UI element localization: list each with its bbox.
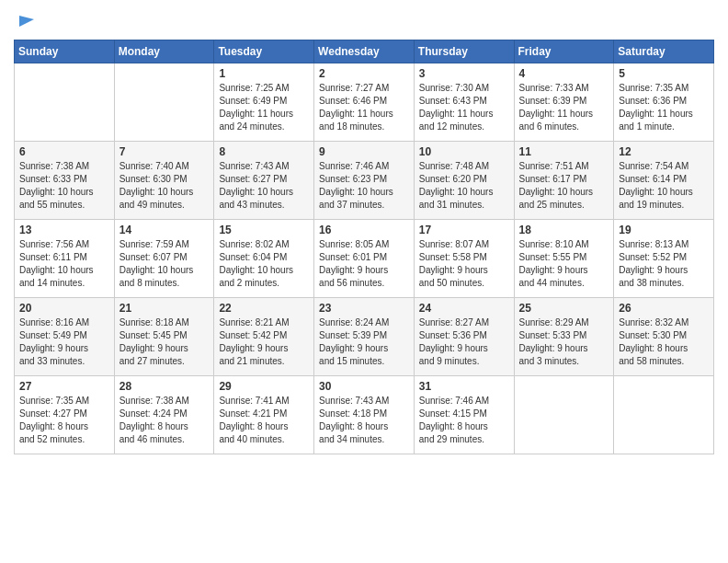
day-info-28: Sunrise: 7:38 AM Sunset: 4:24 PM Dayligh… [119,395,210,446]
calendar-cell-w1-d5: 3Sunrise: 7:30 AM Sunset: 6:43 PM Daylig… [414,63,514,142]
day-info-27: Sunrise: 7:35 AM Sunset: 4:27 PM Dayligh… [19,395,109,446]
calendar-table: SundayMondayTuesdayWednesdayThursdayFrid… [14,40,714,454]
calendar-cell-w1-d6: 4Sunrise: 7:33 AM Sunset: 6:39 PM Daylig… [514,63,614,142]
calendar-cell-w2-d3: 8Sunrise: 7:43 AM Sunset: 6:27 PM Daylig… [214,142,314,220]
day-number-6: 6 [19,145,109,158]
day-number-2: 2 [319,67,409,80]
svg-marker-0 [19,16,34,27]
day-info-14: Sunrise: 7:59 AM Sunset: 6:07 PM Dayligh… [119,238,210,290]
day-number-29: 29 [219,380,309,393]
calendar-cell-w4-d4: 23Sunrise: 8:24 AM Sunset: 5:39 PM Dayli… [314,298,415,376]
calendar-cell-w1-d4: 2Sunrise: 7:27 AM Sunset: 6:46 PM Daylig… [314,63,415,142]
day-info-25: Sunrise: 8:29 AM Sunset: 5:33 PM Dayligh… [519,316,609,368]
day-number-9: 9 [319,145,409,158]
day-number-13: 13 [19,224,109,236]
calendar-cell-w1-d2 [114,63,214,142]
calendar-cell-w5-d5: 31Sunrise: 7:46 AM Sunset: 4:15 PM Dayli… [414,376,514,454]
page: SundayMondayTuesdayWednesdayThursdayFrid… [0,0,728,563]
calendar-cell-w4-d2: 21Sunrise: 8:18 AM Sunset: 5:45 PM Dayli… [114,298,214,376]
logo-icon [16,12,36,32]
calendar-cell-w3-d4: 16Sunrise: 8:05 AM Sunset: 6:01 PM Dayli… [314,220,415,298]
calendar-cell-w1-d7: 5Sunrise: 7:35 AM Sunset: 6:36 PM Daylig… [614,63,714,142]
calendar-cell-w4-d1: 20Sunrise: 8:16 AM Sunset: 5:49 PM Dayli… [15,298,115,376]
day-number-24: 24 [419,302,509,315]
calendar-cell-w2-d5: 10Sunrise: 7:48 AM Sunset: 6:20 PM Dayli… [414,142,514,220]
header-day-thursday: Thursday [414,40,514,63]
day-info-12: Sunrise: 7:54 AM Sunset: 6:14 PM Dayligh… [619,160,709,212]
day-number-10: 10 [419,145,509,158]
calendar-cell-w1-d1 [15,63,115,142]
calendar-cell-w4-d6: 25Sunrise: 8:29 AM Sunset: 5:33 PM Dayli… [514,298,614,376]
day-info-10: Sunrise: 7:48 AM Sunset: 6:20 PM Dayligh… [419,160,509,212]
calendar-cell-w3-d6: 18Sunrise: 8:10 AM Sunset: 5:55 PM Dayli… [514,220,614,298]
calendar-cell-w2-d4: 9Sunrise: 7:46 AM Sunset: 6:23 PM Daylig… [314,142,415,220]
day-number-19: 19 [619,224,709,236]
day-number-30: 30 [319,380,409,393]
calendar-cell-w2-d7: 12Sunrise: 7:54 AM Sunset: 6:14 PM Dayli… [614,142,714,220]
day-info-29: Sunrise: 7:41 AM Sunset: 4:21 PM Dayligh… [219,395,309,446]
calendar-cell-w3-d5: 17Sunrise: 8:07 AM Sunset: 5:58 PM Dayli… [414,220,514,298]
day-number-23: 23 [319,302,409,315]
day-info-8: Sunrise: 7:43 AM Sunset: 6:27 PM Dayligh… [219,160,309,212]
day-info-6: Sunrise: 7:38 AM Sunset: 6:33 PM Dayligh… [19,160,109,212]
calendar-cell-w2-d1: 6Sunrise: 7:38 AM Sunset: 6:33 PM Daylig… [15,142,115,220]
calendar-week-4: 20Sunrise: 8:16 AM Sunset: 5:49 PM Dayli… [15,298,714,376]
calendar-cell-w3-d1: 13Sunrise: 7:56 AM Sunset: 6:11 PM Dayli… [15,220,115,298]
day-info-17: Sunrise: 8:07 AM Sunset: 5:58 PM Dayligh… [419,238,509,290]
calendar-cell-w2-d2: 7Sunrise: 7:40 AM Sunset: 6:30 PM Daylig… [114,142,214,220]
calendar-cell-w4-d3: 22Sunrise: 8:21 AM Sunset: 5:42 PM Dayli… [214,298,314,376]
header-day-saturday: Saturday [614,40,714,63]
day-info-4: Sunrise: 7:33 AM Sunset: 6:39 PM Dayligh… [519,82,609,133]
day-info-16: Sunrise: 8:05 AM Sunset: 6:01 PM Dayligh… [319,238,409,290]
day-info-11: Sunrise: 7:51 AM Sunset: 6:17 PM Dayligh… [519,160,609,212]
day-info-19: Sunrise: 8:13 AM Sunset: 5:52 PM Dayligh… [619,238,709,290]
day-info-23: Sunrise: 8:24 AM Sunset: 5:39 PM Dayligh… [319,316,409,368]
calendar-cell-w5-d1: 27Sunrise: 7:35 AM Sunset: 4:27 PM Dayli… [15,376,115,454]
header-day-friday: Friday [514,40,614,63]
day-info-2: Sunrise: 7:27 AM Sunset: 6:46 PM Dayligh… [319,82,409,133]
calendar-cell-w4-d7: 26Sunrise: 8:32 AM Sunset: 5:30 PM Dayli… [614,298,714,376]
logo [14,14,36,32]
day-info-13: Sunrise: 7:56 AM Sunset: 6:11 PM Dayligh… [19,238,109,290]
day-info-5: Sunrise: 7:35 AM Sunset: 6:36 PM Dayligh… [619,82,709,133]
calendar-cell-w2-d6: 11Sunrise: 7:51 AM Sunset: 6:17 PM Dayli… [514,142,614,220]
calendar-cell-w5-d7 [614,376,714,454]
day-number-17: 17 [419,224,509,236]
day-number-14: 14 [119,224,210,236]
header-day-sunday: Sunday [15,40,115,63]
day-number-21: 21 [119,302,210,315]
day-info-15: Sunrise: 8:02 AM Sunset: 6:04 PM Dayligh… [219,238,309,290]
day-info-1: Sunrise: 7:25 AM Sunset: 6:49 PM Dayligh… [219,82,309,133]
header-day-tuesday: Tuesday [214,40,314,63]
day-info-22: Sunrise: 8:21 AM Sunset: 5:42 PM Dayligh… [219,316,309,368]
day-number-5: 5 [619,67,709,80]
calendar-week-5: 27Sunrise: 7:35 AM Sunset: 4:27 PM Dayli… [15,376,714,454]
calendar-cell-w5-d4: 30Sunrise: 7:43 AM Sunset: 4:18 PM Dayli… [314,376,415,454]
calendar-cell-w1-d3: 1Sunrise: 7:25 AM Sunset: 6:49 PM Daylig… [214,63,314,142]
day-number-27: 27 [19,380,109,393]
calendar-week-2: 6Sunrise: 7:38 AM Sunset: 6:33 PM Daylig… [15,142,714,220]
calendar-week-3: 13Sunrise: 7:56 AM Sunset: 6:11 PM Dayli… [15,220,714,298]
header [14,9,714,32]
day-number-8: 8 [219,145,309,158]
day-number-18: 18 [519,224,609,236]
day-number-11: 11 [519,145,609,158]
day-info-18: Sunrise: 8:10 AM Sunset: 5:55 PM Dayligh… [519,238,609,290]
day-info-26: Sunrise: 8:32 AM Sunset: 5:30 PM Dayligh… [619,316,709,368]
calendar-cell-w5-d3: 29Sunrise: 7:41 AM Sunset: 4:21 PM Dayli… [214,376,314,454]
calendar-cell-w3-d3: 15Sunrise: 8:02 AM Sunset: 6:04 PM Dayli… [214,220,314,298]
day-number-15: 15 [219,224,309,236]
day-number-22: 22 [219,302,309,315]
day-info-24: Sunrise: 8:27 AM Sunset: 5:36 PM Dayligh… [419,316,509,368]
day-number-20: 20 [19,302,109,315]
day-info-7: Sunrise: 7:40 AM Sunset: 6:30 PM Dayligh… [119,160,210,212]
calendar-cell-w5-d2: 28Sunrise: 7:38 AM Sunset: 4:24 PM Dayli… [114,376,214,454]
day-number-26: 26 [619,302,709,315]
day-info-30: Sunrise: 7:43 AM Sunset: 4:18 PM Dayligh… [319,395,409,446]
header-day-monday: Monday [114,40,214,63]
header-day-wednesday: Wednesday [314,40,415,63]
day-number-7: 7 [119,145,210,158]
day-number-4: 4 [519,67,609,80]
day-info-21: Sunrise: 8:18 AM Sunset: 5:45 PM Dayligh… [119,316,210,368]
calendar-header-row: SundayMondayTuesdayWednesdayThursdayFrid… [15,40,714,63]
